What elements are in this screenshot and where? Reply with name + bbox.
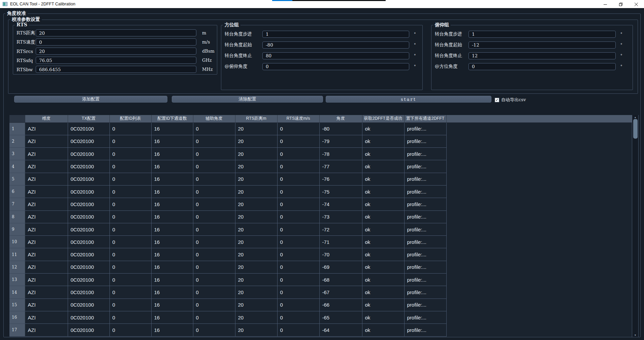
cell[interactable]: ok (362, 324, 404, 336)
cell[interactable]: ok (362, 299, 404, 311)
column-header[interactable]: RTS距离m (235, 115, 277, 122)
row-number[interactable]: 12 (9, 261, 25, 273)
row-number[interactable]: 4 (9, 160, 25, 173)
cell[interactable]: 0 (109, 299, 151, 311)
cell[interactable]: 0 (193, 286, 235, 299)
cell[interactable]: -77 (319, 160, 362, 173)
cell[interactable]: ok (362, 210, 404, 223)
cell[interactable]: -76 (319, 173, 362, 185)
cell[interactable]: -69 (319, 261, 362, 273)
cell[interactable]: AZI (25, 248, 68, 261)
table-row[interactable]: 12AZI0C0201000160200-69okprofile:... (9, 261, 632, 273)
cell[interactable]: 16 (151, 324, 193, 336)
column-header[interactable]: 辅助角度 (193, 115, 235, 122)
cell[interactable]: profile:... (404, 274, 446, 286)
row-number[interactable]: 15 (9, 299, 25, 311)
cell[interactable]: 0C020100 (68, 185, 109, 198)
cell[interactable]: 0 (109, 185, 151, 198)
cell[interactable]: AZI (25, 261, 68, 273)
row-number[interactable]: 2 (9, 135, 25, 147)
cell[interactable]: 20 (235, 198, 277, 210)
column-header[interactable]: 置下所有通道2DFFT (404, 115, 446, 122)
cell[interactable]: 0 (277, 274, 319, 286)
table-row[interactable]: 14AZI0C0201000160200-67okprofile:... (9, 286, 632, 299)
cell[interactable]: AZI (25, 198, 68, 210)
cell[interactable]: AZI (25, 274, 68, 286)
rts-sfq-input[interactable] (36, 57, 196, 64)
cell[interactable]: -66 (319, 299, 362, 311)
cell[interactable]: 20 (235, 299, 277, 311)
cell[interactable]: 0 (277, 122, 319, 135)
cell[interactable]: 0 (109, 160, 151, 173)
cell[interactable]: 0 (193, 185, 235, 198)
start-button[interactable]: start (326, 96, 491, 103)
cell[interactable]: 0C020100 (68, 261, 109, 273)
table-row[interactable]: 8AZI0C0201000160200-73okprofile:... (9, 210, 632, 223)
cell[interactable]: ok (362, 248, 404, 261)
clear-config-button[interactable]: 清除配置 (172, 96, 323, 103)
row-number[interactable]: 6 (9, 185, 25, 198)
cell[interactable]: ok (362, 160, 404, 173)
rts-rcs-input[interactable] (36, 48, 196, 55)
cell[interactable]: ok (362, 236, 404, 248)
cell[interactable]: 0C020100 (68, 324, 109, 336)
cell[interactable]: AZI (25, 223, 68, 235)
cell[interactable]: 0C020100 (68, 248, 109, 261)
cell[interactable]: 0 (109, 198, 151, 210)
cell[interactable]: 0 (109, 274, 151, 286)
column-header[interactable]: 获取2DFFT是否成功 (362, 115, 404, 122)
cell[interactable]: -65 (319, 311, 362, 323)
cell[interactable]: 16 (151, 311, 193, 323)
cell[interactable]: -78 (319, 148, 362, 160)
cell[interactable]: AZI (25, 160, 68, 173)
cell[interactable]: 0 (277, 261, 319, 273)
pitch-end-input[interactable] (469, 52, 616, 59)
cell[interactable]: ok (362, 185, 404, 198)
rts-speed-input[interactable] (36, 38, 196, 46)
scrollbar-thumb[interactable] (633, 119, 638, 139)
cell[interactable]: AZI (25, 173, 68, 185)
corner-cell[interactable] (9, 115, 25, 122)
cell[interactable]: 20 (235, 210, 277, 223)
rts-distance-input[interactable] (36, 29, 196, 36)
cell[interactable]: 16 (151, 274, 193, 286)
cell[interactable]: ok (362, 223, 404, 235)
cell[interactable]: 0 (109, 324, 151, 336)
table-row[interactable]: 10AZI0C0201000160200-71okprofile:... (9, 236, 632, 248)
cell[interactable]: 0 (109, 236, 151, 248)
cell[interactable]: AZI (25, 286, 68, 299)
cell[interactable]: 16 (151, 248, 193, 261)
cell[interactable]: -73 (319, 210, 362, 223)
table-row[interactable]: 11AZI0C0201000160200-70okprofile:... (9, 248, 632, 261)
column-header[interactable]: 维度 (25, 115, 68, 122)
cell[interactable]: AZI (25, 135, 68, 147)
restore-button[interactable] (613, 0, 629, 8)
cell[interactable]: 0 (277, 173, 319, 185)
row-number[interactable]: 13 (9, 274, 25, 286)
row-number[interactable]: 8 (9, 210, 25, 223)
cell[interactable]: 16 (151, 261, 193, 273)
cell[interactable]: 0C020100 (68, 274, 109, 286)
table-row[interactable]: 16AZI0C0201000160200-65okprofile:... (9, 311, 632, 323)
cell[interactable]: 0C020100 (68, 210, 109, 223)
cell[interactable]: 20 (235, 324, 277, 336)
cell[interactable]: 0 (193, 299, 235, 311)
cell[interactable]: 0 (109, 248, 151, 261)
row-number[interactable]: 11 (9, 248, 25, 261)
cell[interactable]: 16 (151, 236, 193, 248)
cell[interactable]: 20 (235, 286, 277, 299)
row-number[interactable]: 3 (9, 148, 25, 160)
cell[interactable]: 0C020100 (68, 148, 109, 160)
table-row[interactable]: 3AZI0C0201000160200-78okprofile:... (9, 148, 632, 160)
cell[interactable]: ok (362, 148, 404, 160)
minimize-button[interactable] (598, 0, 613, 8)
cell[interactable]: 0 (193, 122, 235, 135)
column-header[interactable]: 配置ID下通道数 (151, 115, 193, 122)
cell[interactable]: 20 (235, 135, 277, 147)
cell[interactable]: 0 (193, 261, 235, 273)
cell[interactable]: 0 (277, 198, 319, 210)
cell[interactable]: profile:... (404, 173, 446, 185)
table-row[interactable]: 9AZI0C0201000160200-72okprofile:... (9, 223, 632, 235)
column-header[interactable]: 配置ID列表 (109, 115, 151, 122)
row-number[interactable]: 9 (9, 223, 25, 235)
